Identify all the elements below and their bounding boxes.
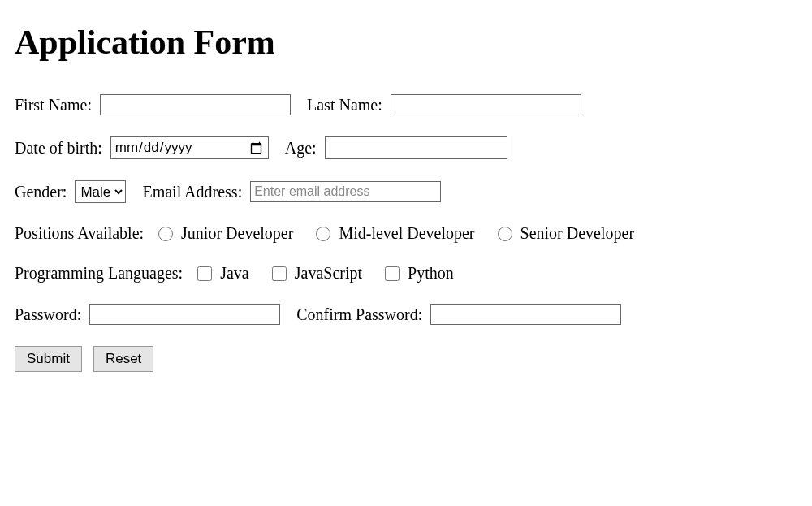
position-junior-label: Junior Developer bbox=[181, 224, 293, 243]
age-label: Age: bbox=[285, 139, 317, 158]
gender-label: Gender: bbox=[15, 183, 67, 201]
buttons-row: Submit Reset bbox=[15, 346, 797, 372]
password-label: Password: bbox=[15, 305, 81, 324]
position-mid-radio[interactable] bbox=[316, 227, 330, 241]
password-row: Password: Confirm Password: bbox=[15, 304, 797, 325]
dob-input[interactable] bbox=[110, 136, 269, 159]
language-javascript-label: JavaScript bbox=[295, 264, 362, 283]
email-input[interactable] bbox=[250, 181, 441, 202]
gender-select[interactable]: Male bbox=[75, 180, 126, 203]
name-row: First Name: Last Name: bbox=[15, 94, 797, 115]
first-name-input[interactable] bbox=[100, 94, 291, 115]
age-input[interactable] bbox=[325, 136, 508, 159]
position-senior-label: Senior Developer bbox=[520, 224, 635, 243]
positions-label: Positions Available: bbox=[15, 224, 144, 243]
confirm-password-label: Confirm Password: bbox=[296, 305, 422, 324]
language-javascript-checkbox[interactable] bbox=[272, 266, 287, 281]
languages-label: Programming Languages: bbox=[15, 264, 183, 283]
language-python-label: Python bbox=[408, 264, 454, 283]
languages-row: Programming Languages: Java JavaScript P… bbox=[15, 264, 797, 283]
positions-row: Positions Available: Junior Developer Mi… bbox=[15, 224, 797, 243]
dob-age-row: Date of birth: Age: bbox=[15, 136, 797, 159]
submit-button[interactable]: Submit bbox=[15, 346, 82, 372]
position-senior-radio[interactable] bbox=[498, 227, 512, 241]
language-python-checkbox[interactable] bbox=[385, 266, 400, 281]
last-name-label: Last Name: bbox=[307, 96, 382, 115]
page-title: Application Form bbox=[15, 23, 797, 62]
language-java-label: Java bbox=[220, 264, 249, 283]
position-junior-radio[interactable] bbox=[158, 227, 173, 241]
email-label: Email Address: bbox=[142, 183, 242, 201]
reset-button[interactable]: Reset bbox=[93, 346, 153, 372]
confirm-password-input[interactable] bbox=[430, 304, 621, 325]
position-mid-label: Mid-level Developer bbox=[339, 224, 474, 243]
gender-email-row: Gender: Male Email Address: bbox=[15, 180, 797, 203]
first-name-label: First Name: bbox=[15, 96, 92, 115]
password-input[interactable] bbox=[89, 304, 280, 325]
last-name-input[interactable] bbox=[391, 94, 581, 115]
language-java-checkbox[interactable] bbox=[197, 266, 212, 281]
dob-label: Date of birth: bbox=[15, 139, 102, 158]
